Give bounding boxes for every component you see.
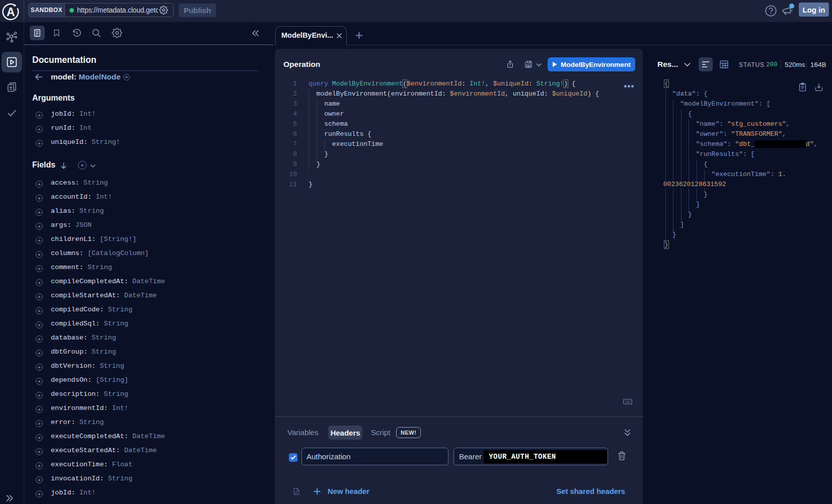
svg-text:A: A <box>7 6 15 19</box>
